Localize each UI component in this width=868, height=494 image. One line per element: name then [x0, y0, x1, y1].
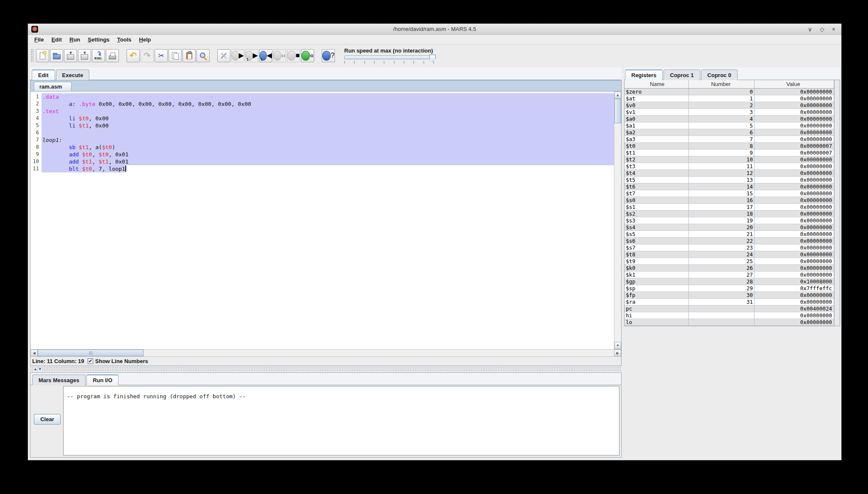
tab-edit[interactable]: Edit: [32, 69, 55, 80]
tab-registers[interactable]: Registers: [625, 69, 663, 80]
register-value[interactable]: 0x00000007: [755, 150, 834, 156]
cut-button[interactable]: ✂: [155, 49, 168, 62]
register-value[interactable]: 0x00000000: [755, 163, 834, 170]
register-value[interactable]: 0x00000000: [755, 211, 834, 217]
split-pane-divider[interactable]: ▲ ▼: [30, 366, 622, 372]
register-value[interactable]: 0x00000000: [755, 129, 834, 136]
print-button[interactable]: [106, 49, 119, 62]
register-row-$t2: $t2100x00000000: [625, 156, 834, 163]
register-number: 24: [689, 251, 755, 258]
tab-coproc0[interactable]: Coproc 0: [701, 69, 738, 80]
register-value[interactable]: 0x00000000: [755, 292, 834, 299]
menu-settings[interactable]: Settings: [84, 36, 113, 44]
save-as-button[interactable]: ▼: [78, 49, 91, 62]
menu-run[interactable]: Run: [66, 36, 84, 44]
register-value[interactable]: 0x00000000: [755, 217, 834, 224]
register-value[interactable]: 0x00000000: [755, 231, 834, 238]
register-value[interactable]: 0x00000000: [755, 258, 834, 265]
text-cursor: [125, 166, 126, 172]
open-file-button[interactable]: [50, 49, 63, 62]
tab-coproc1[interactable]: Coproc 1: [663, 69, 700, 80]
register-value[interactable]: 0x00000000: [755, 116, 834, 122]
register-value[interactable]: 0x00000000: [755, 319, 834, 326]
register-value[interactable]: 0x00000000: [755, 204, 834, 211]
tab-file-ram-asm[interactable]: ram.asm: [34, 82, 72, 91]
scroll-left-icon[interactable]: ◀: [30, 350, 38, 356]
code-line-5: 5 li $t1, 0x00: [30, 122, 614, 129]
register-value[interactable]: 0x00000000: [755, 244, 834, 251]
step-forward-button: ▶1: [245, 49, 258, 62]
splitter-up-icon[interactable]: ▲: [33, 367, 37, 371]
menu-edit[interactable]: Edit: [47, 36, 66, 44]
reset-button[interactable]: «: [301, 49, 314, 62]
tab-mars-messages[interactable]: Mars Messages: [32, 375, 86, 385]
register-value[interactable]: 0x00000000: [755, 156, 834, 163]
register-value[interactable]: 0x00000000: [755, 183, 834, 190]
register-number: 29: [689, 285, 755, 292]
paste-button[interactable]: [182, 49, 196, 62]
registers-scrollbar[interactable]: [834, 80, 840, 326]
printer-icon: [109, 56, 116, 59]
scroll-up-icon[interactable]: ▲: [614, 92, 621, 99]
run-button: ▶: [231, 49, 244, 62]
step-backward-button[interactable]: ◀1: [259, 49, 272, 62]
horizontal-scroll-thumb[interactable]: [38, 350, 144, 356]
register-row-pc: pc0x00400024: [625, 305, 834, 312]
register-value[interactable]: 0x00000000: [755, 190, 834, 197]
register-value[interactable]: 0x00000000: [755, 265, 834, 272]
register-value[interactable]: 0x00000000: [755, 170, 834, 177]
undo-button[interactable]: ↶: [127, 49, 140, 62]
new-file-button[interactable]: [36, 49, 49, 62]
run-io-output[interactable]: -- program is finished running (dropped …: [63, 386, 619, 455]
register-value[interactable]: 0x00400024: [755, 305, 834, 312]
register-value[interactable]: 0x00000000: [755, 177, 834, 183]
register-name: $t5: [625, 177, 689, 183]
register-value[interactable]: 0x00000000: [755, 102, 834, 109]
register-name: $t3: [625, 163, 689, 170]
messages-tabs: Mars Messages Run I/O: [30, 373, 621, 385]
register-value[interactable]: 0x00000000: [755, 197, 834, 204]
undo-arrow-icon: ↶: [130, 50, 137, 61]
splitter-down-icon[interactable]: ▼: [38, 367, 42, 371]
save-button[interactable]: ▼: [64, 49, 77, 62]
register-value[interactable]: 0x00000000: [755, 89, 834, 95]
run-speed-slider[interactable]: [344, 56, 435, 59]
register-value[interactable]: 0x00000000: [755, 251, 834, 258]
register-value[interactable]: 0x00000000: [755, 272, 834, 278]
tab-execute[interactable]: Execute: [56, 69, 90, 80]
register-value[interactable]: 0x00000000: [755, 122, 834, 129]
register-value[interactable]: 0x00000000: [755, 136, 834, 143]
find-replace-button[interactable]: [196, 49, 210, 62]
register-row-$a2: $a260x00000000: [625, 129, 834, 136]
vertical-scroll-thumb[interactable]: [614, 99, 621, 123]
show-line-numbers-checkbox[interactable]: ✔: [88, 358, 93, 364]
scroll-down-icon[interactable]: ▼: [614, 342, 621, 349]
menu-help[interactable]: Help: [135, 36, 155, 44]
toolbar-grip[interactable]: [30, 49, 34, 62]
copy-button[interactable]: [169, 49, 182, 62]
register-value[interactable]: 0x7fffeffc: [755, 285, 834, 292]
register-row-$s0: $s0160x00000000: [625, 197, 834, 204]
register-value[interactable]: 0x00000000: [755, 109, 834, 116]
tab-run-io[interactable]: Run I/O: [86, 375, 119, 385]
menu-tools[interactable]: Tools: [113, 36, 135, 44]
menu-file[interactable]: File: [30, 36, 47, 44]
register-row-$s3: $s3190x00000000: [625, 217, 834, 224]
register-value[interactable]: 0x00000000: [755, 312, 834, 319]
help-button[interactable]: ?: [322, 49, 335, 62]
assemble-button[interactable]: [217, 49, 230, 62]
register-row-$sp: $sp290x7fffeffc: [625, 285, 834, 292]
register-value[interactable]: 0x00000000: [755, 224, 834, 231]
register-value[interactable]: 0x00000000: [755, 95, 834, 102]
register-value[interactable]: 0x00000000: [755, 238, 834, 244]
dump-memory-button[interactable]: 0101: [92, 49, 105, 62]
clear-button[interactable]: Clear: [34, 414, 61, 425]
editor-horizontal-scrollbar[interactable]: ◀ ▶: [30, 349, 621, 356]
register-value[interactable]: 0x00000000: [755, 299, 834, 305]
register-value[interactable]: 0x00000007: [755, 143, 834, 150]
editor-vertical-scrollbar[interactable]: ▲ ▼: [614, 92, 621, 349]
code-editor[interactable]: 1.data2 a: .byte 0x00, 0x00, 0x00, 0x00,…: [30, 92, 614, 349]
register-row-$ra: $ra310x00000000: [625, 299, 834, 305]
register-value[interactable]: 0x10008000: [755, 278, 834, 285]
scroll-right-icon[interactable]: ▶: [614, 350, 621, 356]
